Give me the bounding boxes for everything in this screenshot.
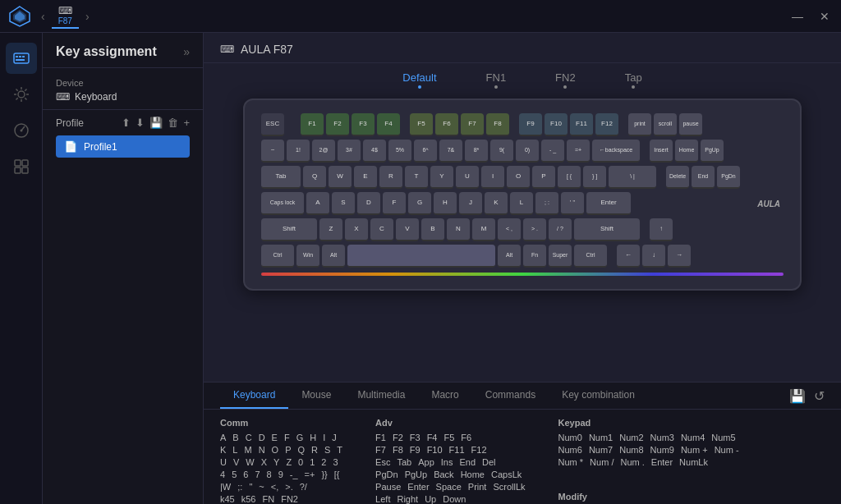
key-btn-equals[interactable]: =+ xyxy=(305,470,315,479)
key-pause[interactable]: pause xyxy=(679,113,702,136)
profile-export-button[interactable]: ⬆ xyxy=(122,117,131,129)
key-btn-3[interactable]: 3 xyxy=(333,457,338,467)
kp-num1[interactable]: Num1 xyxy=(589,433,613,442)
key-f8[interactable]: F8 xyxy=(486,113,509,136)
kp-num3[interactable]: Num3 xyxy=(650,433,674,442)
key-f7[interactable]: F7 xyxy=(461,113,484,136)
key-btn-u[interactable]: U xyxy=(220,457,227,467)
profile-item-1[interactable]: 📄 Profile1 xyxy=(56,135,190,158)
key-ctrl-right[interactable]: Ctrl xyxy=(574,245,607,268)
adv-up[interactable]: Up xyxy=(425,494,436,504)
adv-left[interactable]: Left xyxy=(375,494,390,504)
key-a[interactable]: A xyxy=(306,192,329,215)
key-s[interactable]: S xyxy=(332,192,355,215)
key-btn-o[interactable]: O xyxy=(272,445,279,455)
key-btn-brackets[interactable]: }} xyxy=(321,470,327,479)
key-btn-j[interactable]: J xyxy=(332,433,337,442)
key-u[interactable]: U xyxy=(456,166,479,189)
adv-f7[interactable]: F7 xyxy=(375,445,386,455)
key-right[interactable]: → xyxy=(668,245,691,268)
key-btn-0[interactable]: 0 xyxy=(298,457,303,467)
key-c[interactable]: C xyxy=(370,218,393,241)
key-btn-z[interactable]: Z xyxy=(286,457,292,467)
key-btn-r[interactable]: R xyxy=(311,445,318,455)
key-f2[interactable]: F2 xyxy=(326,113,349,136)
adv-f9[interactable]: F9 xyxy=(410,445,420,455)
profile-save-button[interactable]: 💾 xyxy=(149,117,163,129)
kp-num8[interactable]: Num8 xyxy=(619,445,643,455)
adv-print[interactable]: Print xyxy=(468,482,487,492)
key-7[interactable]: 7& xyxy=(439,140,462,163)
key-t[interactable]: T xyxy=(405,166,428,189)
key-f4[interactable]: F4 xyxy=(377,113,400,136)
adv-app[interactable]: App xyxy=(418,457,434,467)
key-btn-2[interactable]: 2 xyxy=(321,457,326,467)
key-tab[interactable]: Tab xyxy=(261,166,301,189)
adv-enter[interactable]: Enter xyxy=(407,482,429,492)
kp-numdot[interactable]: Num . xyxy=(620,457,644,467)
kp-num0[interactable]: Num0 xyxy=(558,433,582,442)
bottom-tab-mouse[interactable]: Mouse xyxy=(288,383,344,409)
key-b[interactable]: B xyxy=(421,218,444,241)
key-pgup[interactable]: PgUp xyxy=(701,140,724,163)
key-2[interactable]: 2@ xyxy=(312,140,335,163)
bottom-tab-macro[interactable]: Macro xyxy=(418,383,471,409)
key-v[interactable]: V xyxy=(396,218,419,241)
adv-f8[interactable]: F8 xyxy=(393,445,403,455)
key-bracket-left[interactable]: [ { xyxy=(558,166,581,189)
key-q[interactable]: Q xyxy=(303,166,326,189)
key-n[interactable]: N xyxy=(447,218,470,241)
key-backspace[interactable]: ←backspace xyxy=(592,140,640,163)
key-btn-gt[interactable]: >. xyxy=(285,482,292,492)
key-btn-7[interactable]: 7 xyxy=(255,470,260,479)
key-period[interactable]: > . xyxy=(523,218,546,241)
adv-f5[interactable]: F5 xyxy=(443,433,454,442)
nav-forward-button[interactable]: › xyxy=(82,8,93,25)
key-btn-4[interactable]: 4 xyxy=(220,470,225,479)
kp-num6[interactable]: Num6 xyxy=(558,445,582,455)
key-btn-pipe[interactable]: |W xyxy=(220,482,231,492)
key-scroll[interactable]: scroll xyxy=(654,113,677,136)
close-button[interactable]: ✕ xyxy=(816,8,833,25)
key-6[interactable]: 6^ xyxy=(414,140,437,163)
adv-esc[interactable]: Esc xyxy=(375,457,390,467)
profile-delete-button[interactable]: 🗑 xyxy=(168,117,178,129)
minimize-button[interactable]: — xyxy=(788,8,807,25)
key-slash[interactable]: / ? xyxy=(549,218,572,241)
adv-pgup[interactable]: PgUp xyxy=(405,470,428,479)
key-btn-v[interactable]: V xyxy=(233,457,239,467)
key-y[interactable]: Y xyxy=(430,166,453,189)
key-f3[interactable]: F3 xyxy=(352,113,375,136)
key-d[interactable]: D xyxy=(357,192,380,215)
adv-space[interactable]: Space xyxy=(436,482,462,492)
adv-capslk[interactable]: CapsLk xyxy=(491,470,522,479)
key-btn-t[interactable]: T xyxy=(337,445,342,455)
key-btn-semi[interactable]: ;: xyxy=(237,482,242,492)
key-w[interactable]: W xyxy=(329,166,352,189)
key-btn-k45[interactable]: k45 xyxy=(220,494,235,504)
key-btn-k[interactable]: K xyxy=(220,445,226,455)
key-comma[interactable]: < , xyxy=(498,218,521,241)
key-btn-q[interactable]: Q xyxy=(298,445,306,455)
adv-pause[interactable]: Pause xyxy=(375,482,401,492)
bottom-tab-commands[interactable]: Commands xyxy=(472,383,549,409)
bottom-tab-key-combination[interactable]: Key combination xyxy=(549,383,648,409)
key-z[interactable]: Z xyxy=(319,218,342,241)
key-left[interactable]: ← xyxy=(617,245,640,268)
key-btn-y[interactable]: Y xyxy=(273,457,279,467)
mode-tab-fn1[interactable]: FN1 xyxy=(486,71,507,89)
kp-numplus[interactable]: Num + xyxy=(681,445,708,455)
key-f10[interactable]: F10 xyxy=(545,113,568,136)
key-g[interactable]: G xyxy=(408,192,431,215)
key-alt-right[interactable]: Alt xyxy=(498,245,521,268)
key-quote[interactable]: ' " xyxy=(561,192,584,215)
key-enter[interactable]: Enter xyxy=(586,192,631,215)
key-btn-5[interactable]: 5 xyxy=(232,470,237,479)
adv-home[interactable]: Home xyxy=(461,470,485,479)
kp-numminus[interactable]: Num - xyxy=(715,445,739,455)
key-0[interactable]: 0) xyxy=(516,140,539,163)
adv-tab[interactable]: Tab xyxy=(397,457,411,467)
adv-f1[interactable]: F1 xyxy=(375,433,386,442)
kp-numlk[interactable]: NumLk xyxy=(679,457,708,467)
key-backslash[interactable]: \ | xyxy=(609,166,656,189)
